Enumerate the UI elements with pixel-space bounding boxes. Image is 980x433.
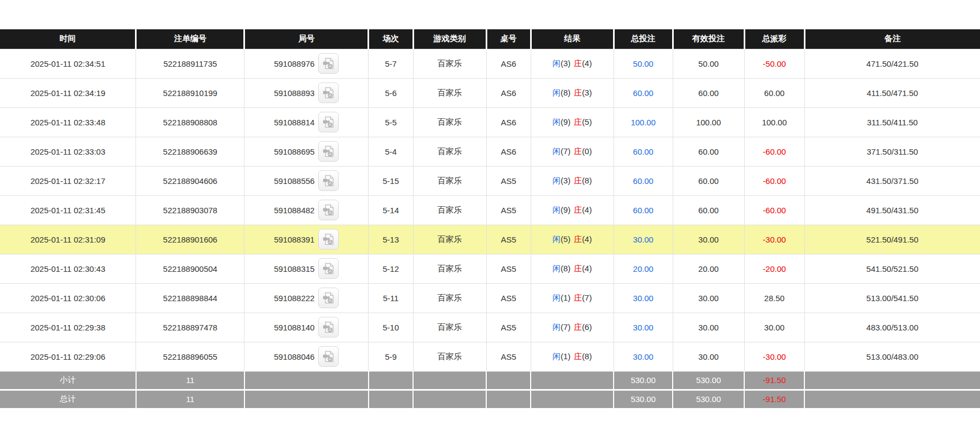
cell-time: 2025-01-11 02:29:38	[0, 313, 136, 342]
total-total-bet: 530.00	[614, 390, 673, 408]
cell-result: 闲(5)庄(4)	[531, 225, 614, 254]
cell-payout: -50.00	[744, 49, 804, 78]
player-label: 闲	[552, 59, 560, 68]
cell-result: 闲(7)庄(0)	[531, 137, 614, 166]
player-label: 闲	[552, 293, 560, 302]
subtotal-empty-game	[413, 371, 486, 390]
cell-total-bet: 100.00	[614, 107, 673, 137]
cell-round-id: 591088976	[244, 49, 369, 78]
cell-session: 5-14	[369, 195, 413, 225]
player-label: 闲	[552, 234, 560, 244]
video-replay-button[interactable]	[318, 53, 339, 74]
round-id-value: 591088976	[274, 59, 314, 68]
round-id-value: 591088482	[274, 206, 314, 215]
cell-round-id: 591088140	[244, 313, 369, 342]
bet-records-table: 时间注单编号局号场次游戏类别桌号结果总投注有效投注总派彩备注 2025-01-1…	[0, 29, 980, 408]
cell-payout: -60.00	[744, 137, 804, 166]
cell-remark: 431.50/371.50	[804, 166, 980, 195]
video-replay-icon	[321, 262, 336, 276]
banker-label: 庄	[574, 117, 582, 126]
cell-game-type: 百家乐	[413, 225, 486, 254]
cell-bet-id: 522188900504	[136, 254, 244, 283]
round-id-wrap: 591088482	[274, 200, 339, 220]
video-replay-button[interactable]	[318, 258, 339, 279]
cell-total-bet: 30.00	[614, 283, 673, 313]
video-replay-button[interactable]	[318, 170, 339, 191]
player-points: (3)	[560, 59, 570, 68]
cell-session: 5-7	[369, 49, 413, 78]
round-id-wrap: 591088391	[274, 229, 339, 250]
cell-session: 5-9	[369, 342, 413, 371]
player-points: (7)	[560, 147, 570, 156]
cell-game-type: 百家乐	[413, 195, 486, 225]
cell-table-no: AS6	[486, 78, 531, 107]
cell-game-type: 百家乐	[413, 78, 486, 107]
video-replay-button[interactable]	[318, 112, 339, 132]
video-replay-button[interactable]	[318, 141, 339, 162]
cell-bet-id: 522188911735	[136, 49, 244, 78]
banker-points: (8)	[582, 352, 592, 361]
column-header-bet-id: 注单编号	[136, 29, 244, 49]
subtotal-empty-result	[531, 371, 614, 390]
video-replay-button[interactable]	[318, 317, 339, 338]
column-header-valid-bet: 有效投注	[673, 29, 744, 49]
video-replay-button[interactable]	[318, 200, 339, 220]
video-replay-button[interactable]	[318, 288, 339, 308]
banker-label: 庄	[574, 264, 582, 273]
cell-bet-id: 522188901606	[136, 225, 244, 254]
cell-time: 2025-01-11 02:34:51	[0, 49, 136, 78]
cell-total-bet: 30.00	[614, 225, 673, 254]
total-empty-remark	[804, 390, 980, 408]
video-replay-button[interactable]	[318, 82, 339, 103]
cell-remark: 521.50/491.50	[804, 225, 980, 254]
column-header-result: 结果	[531, 29, 614, 49]
cell-payout: -20.00	[744, 254, 804, 283]
column-header-session: 场次	[369, 29, 413, 49]
column-header-payout: 总派彩	[744, 29, 804, 49]
column-header-round-id: 局号	[244, 29, 369, 49]
cell-bet-id: 522188898844	[136, 283, 244, 313]
round-id-wrap: 591088893	[274, 82, 339, 103]
cell-total-bet: 20.00	[614, 254, 673, 283]
cell-game-type: 百家乐	[413, 313, 486, 342]
cell-time: 2025-01-11 02:30:06	[0, 283, 136, 313]
video-replay-icon	[321, 86, 336, 100]
player-label: 闲	[552, 117, 560, 126]
video-replay-button[interactable]	[318, 229, 339, 250]
video-replay-button[interactable]	[318, 346, 339, 367]
cell-game-type: 百家乐	[413, 49, 486, 78]
cell-payout: 60.00	[744, 78, 804, 107]
cell-result: 闲(8)庄(3)	[531, 78, 614, 107]
cell-game-type: 百家乐	[413, 107, 486, 137]
banker-label: 庄	[574, 234, 582, 244]
cell-bet-id: 522188904606	[136, 166, 244, 195]
banker-label: 庄	[574, 59, 582, 68]
cell-valid-bet: 20.00	[673, 254, 744, 283]
banker-points: (3)	[582, 88, 592, 97]
cell-payout: -30.00	[744, 225, 804, 254]
round-id-value: 591088046	[274, 352, 314, 361]
cell-remark: 541.50/521.50	[804, 254, 980, 283]
player-points: (9)	[560, 117, 570, 126]
cell-bet-id: 522188897478	[136, 313, 244, 342]
player-points: (3)	[560, 176, 570, 185]
cell-remark: 411.50/471.50	[804, 78, 980, 107]
video-replay-icon	[321, 144, 336, 158]
round-id-value: 591088140	[274, 323, 314, 332]
cell-table-no: AS5	[486, 313, 531, 342]
player-points: (5)	[560, 234, 570, 244]
cell-round-id: 591088893	[244, 78, 369, 107]
column-header-remark: 备注	[804, 29, 980, 49]
round-id-value: 591088814	[274, 118, 314, 127]
cell-table-no: AS5	[486, 254, 531, 283]
player-points: (8)	[560, 264, 570, 273]
round-id-wrap: 591088046	[274, 346, 339, 367]
cell-total-bet: 30.00	[614, 342, 673, 371]
video-replay-icon	[321, 232, 336, 246]
header-row: 时间注单编号局号场次游戏类别桌号结果总投注有效投注总派彩备注	[0, 29, 980, 49]
table-row: 2025-01-11 02:34:19522188910199591088893…	[0, 78, 980, 107]
cell-bet-id: 522188896055	[136, 342, 244, 371]
round-id-wrap: 591088556	[274, 170, 339, 191]
player-label: 闲	[552, 322, 560, 332]
round-id-value: 591088315	[274, 264, 314, 273]
